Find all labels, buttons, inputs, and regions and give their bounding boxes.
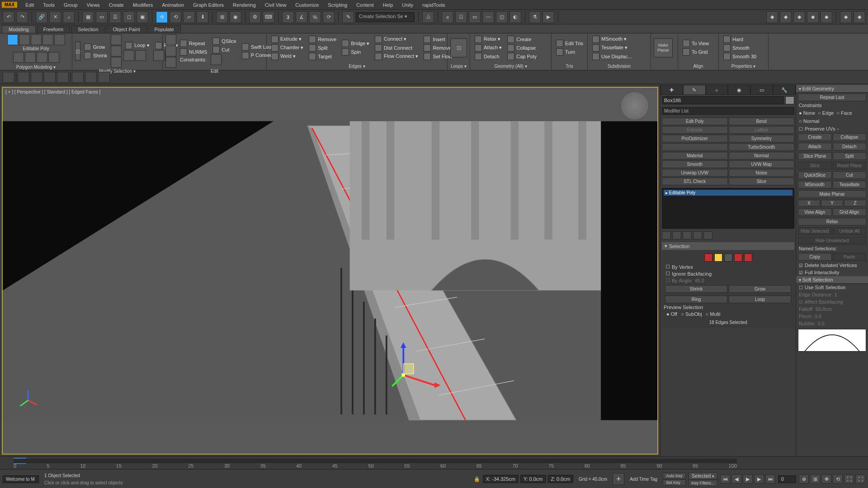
percent-snap[interactable]: % [309,11,321,23]
create-button[interactable]: Create [505,35,538,43]
element-subobj[interactable] [54,34,65,45]
cut-button[interactable]: Cut [211,46,238,54]
shrink-sel-button[interactable]: Shrink [665,285,727,293]
eg-gridalign[interactable]: Grid Align [833,208,867,216]
toggle-ribbon[interactable]: ▭ [469,11,481,23]
nav-2[interactable]: ⊞ [810,474,820,483]
key-selected-dropdown[interactable]: Selected ▾ [689,472,717,479]
mirror-button[interactable]: ⧊ [422,11,434,23]
collapse-button[interactable]: Collapse [505,44,538,52]
window-crossing[interactable]: ▣ [137,11,148,23]
goto-end[interactable]: ⏭ [765,474,775,483]
redo-button[interactable]: ↷ [16,11,28,23]
place-button[interactable]: ⬇ [197,11,208,23]
align-button[interactable]: ≡ [442,11,453,23]
shrink-button[interactable]: Shrink [82,52,109,60]
bind-button[interactable]: ⟐ [63,11,75,23]
schematic-view[interactable]: ◫ [496,11,508,23]
select-region[interactable]: ◻ [123,11,135,23]
tessellate-button[interactable]: Tessellate ▾ [590,44,634,52]
planar-x[interactable]: X [798,200,820,206]
smooth-button[interactable]: Smooth [722,44,758,52]
pivot-center[interactable]: ◉ [230,11,241,23]
mini-4[interactable] [44,72,56,83]
panel-tab-utilities[interactable]: 🔧 [773,85,796,95]
nav-3[interactable]: ✥ [821,474,831,483]
render-frame[interactable]: ▶ [542,11,554,23]
polygon-subobj[interactable] [42,34,53,45]
mod-stlcheck[interactable]: STL Check [662,178,728,185]
coord-y[interactable]: Y: 0.0cm [520,475,546,483]
viewport-label[interactable]: [ + ] [ Perspective ] [ Standard ] [ Edg… [5,89,100,94]
panel-tab-create[interactable]: ✚ [660,85,683,95]
mod-uvwmap[interactable]: UVW Map [729,160,795,168]
add-key-button[interactable]: + [613,473,624,485]
poly-tool-2[interactable] [25,52,36,63]
eg-copy[interactable]: Copy [798,253,832,261]
tab-selection[interactable]: Selection [71,25,105,33]
preview-off[interactable]: ● Off [666,311,677,317]
coord-z[interactable]: Z: 0.0cm [548,475,574,483]
smooth30-button[interactable]: Smooth 30 [722,52,758,61]
ribbon-label-properties[interactable]: Properties ▾ [719,62,768,70]
cappoly-button[interactable]: Cap Poly [505,52,538,61]
menu-help[interactable]: Help [378,2,398,8]
planar-z[interactable]: Z [844,200,866,206]
extra-tool-2[interactable]: ◆ [780,11,792,23]
menu-tools[interactable]: Tools [38,2,59,8]
menu-customize[interactable]: Customize [291,2,323,8]
extra-tool-3[interactable]: ◆ [793,11,805,23]
by-vertex-check[interactable]: ☐By Vertex [664,263,793,270]
planar-y[interactable]: Y [821,200,843,206]
modify-bigicon[interactable]: ◫ [75,42,80,61]
tab-populate[interactable]: Populate [147,25,180,33]
eg-makeplanar[interactable]: Make Planar [798,190,866,198]
stack-show[interactable] [672,231,681,239]
distconnect-button[interactable]: Dist Connect [373,44,420,52]
grow-button[interactable]: Grow [82,43,109,51]
nav-4[interactable]: ⟲ [833,474,843,483]
edge-subobj[interactable] [19,34,30,45]
modify-sub-2[interactable] [135,50,146,61]
angle-snap[interactable]: ∡ [296,11,307,23]
nav-6[interactable]: ⛶ [855,474,865,483]
render-setup[interactable]: ⚗ [529,11,541,23]
ignore-backfacing-check[interactable]: ☐Ignore Backfacing [664,270,793,277]
stack-remove[interactable] [693,231,702,239]
ring-sel-button[interactable]: Ring [665,296,727,303]
msmooth-button[interactable]: MSmooth ▾ [590,35,634,43]
edit-icon-c[interactable] [165,57,176,68]
repeat-last-button[interactable]: Repeat Last [798,94,866,101]
mod-noise[interactable]: Noise [729,169,795,177]
goto-start[interactable]: ⏮ [720,474,730,483]
usedisplac-button[interactable]: Use Displac... [590,52,634,61]
subobj-element[interactable] [744,253,752,262]
eg-cut[interactable]: Cut [833,171,867,179]
menu-content[interactable]: Content [352,2,378,8]
menu-rendering[interactable]: Rendering [228,2,260,8]
snap-3d[interactable]: 3 [282,11,294,23]
poly-tool-3[interactable] [37,52,47,63]
next-frame[interactable]: ▶ [754,474,764,483]
ribbon-label-edges[interactable]: Edges ▾ [267,62,447,70]
nav-1[interactable]: ⊕ [799,474,809,483]
keyboard-shortcut[interactable]: ⌨ [263,11,274,23]
edittris-button[interactable]: Edit Tris [554,39,585,47]
coord-x[interactable]: X: -34.325cm [483,475,519,483]
constraint-normal[interactable]: ○ Normal [799,118,819,124]
menu-rapidtools[interactable]: rapidTools [418,2,449,8]
menu-scripting[interactable]: Scripting [323,2,352,8]
subobj-border[interactable] [724,253,732,262]
eg-collapse[interactable]: Collapse [833,133,867,141]
menu-create[interactable]: Create [104,2,128,8]
mod-material[interactable]: Material [662,152,728,160]
selection-set-dropdown[interactable]: Create Selection Se ▾ [356,12,415,22]
menu-modifiers[interactable]: Modifiers [128,2,158,8]
tab-objectpaint[interactable]: Object Paint [106,25,147,33]
makeplanar-button[interactable]: Make Planar [654,38,673,57]
key-filters-button[interactable]: Key Filters... [689,480,717,486]
extra-tool-6[interactable]: ◆ [840,11,852,23]
pinch-field[interactable]: Pinch: 0.0 [796,313,868,320]
nav-5[interactable]: ⛶ [844,474,854,483]
modify-sub-1[interactable] [123,50,134,61]
